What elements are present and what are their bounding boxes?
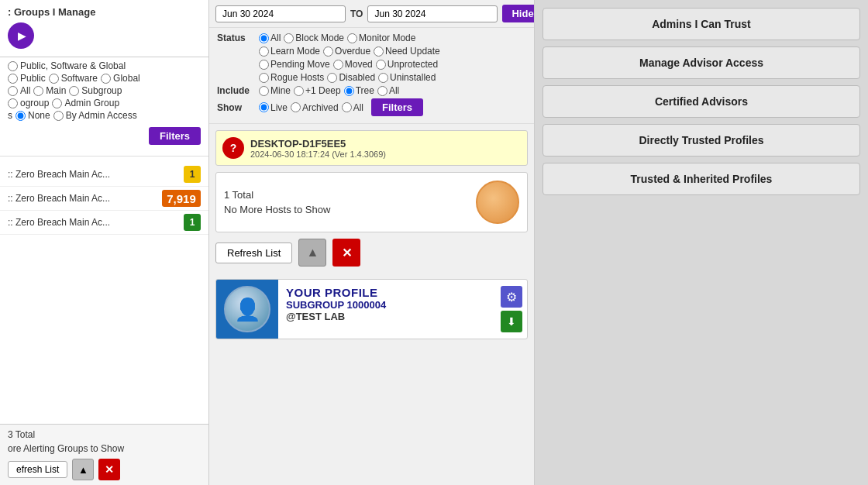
include-all[interactable]: All <box>377 85 399 96</box>
show-all[interactable]: All <box>342 102 363 113</box>
scope-global[interactable]: Global <box>101 73 140 84</box>
show-filter-row: Show Live Archived All Filters <box>217 98 526 116</box>
status-filter-row-4: Rogue Hosts Disabled Uninstalled <box>217 72 526 83</box>
host-name: DESKTOP-D1F5EE5 <box>250 138 386 150</box>
status-unprotected[interactable]: Unprotected <box>376 59 438 70</box>
status-label: Status <box>217 33 256 43</box>
profile-title: YOUR PROFILE <box>286 286 488 299</box>
show-live[interactable]: Live <box>259 102 288 113</box>
action-row: Refresh List ▲ ✕ <box>209 239 534 273</box>
list-item-text-2: :: Zero Breach Main Ac... <box>8 193 110 204</box>
gear-icon: ⚙ <box>506 290 517 304</box>
status-block[interactable]: Block Mode <box>284 33 344 43</box>
results-total: 1 Total <box>224 189 253 201</box>
status-learn[interactable]: Learn Mode <box>259 46 320 57</box>
status-monitor[interactable]: Monitor Mode <box>347 33 415 43</box>
close-icon: ✕ <box>105 463 114 476</box>
status-filter-row-2: Learn Mode Overdue Need Update <box>217 46 526 57</box>
spinner-circle <box>476 181 519 224</box>
host-card: ? DESKTOP-D1F5EE5 2024-06-30 18:17:24 (V… <box>215 130 528 166</box>
date-to-input[interactable] <box>367 5 498 22</box>
status-disabled[interactable]: Disabled <box>327 72 375 83</box>
include-1deep[interactable]: +1 Deep <box>294 85 341 96</box>
profile-sub: SUBGROUP 1000004 <box>286 299 488 311</box>
alerting-label: ore Alerting Groups to Show <box>8 443 201 454</box>
list-item: :: Zero Breach Main Ac... 1 <box>0 163 208 187</box>
scope-software[interactable]: Software <box>49 73 98 84</box>
play-button[interactable] <box>8 22 34 49</box>
host-status-icon: ? <box>222 137 244 159</box>
left-close-button[interactable]: ✕ <box>98 459 120 480</box>
badge-1: 1 <box>184 166 201 183</box>
refresh-list-button[interactable]: Refresh List <box>215 242 292 263</box>
middle-panel: TO Hide Status All Block Mode Monitor Mo… <box>209 0 535 485</box>
close-button[interactable]: ✕ <box>332 239 360 267</box>
status-overdue[interactable]: Overdue <box>323 46 370 57</box>
results-box: 1 Total No More Hosts to Show <box>215 172 528 232</box>
profile-download-button[interactable]: ⬇ <box>501 311 522 332</box>
access-row: s None By Admin Access <box>8 110 201 121</box>
left-footer: 3 Total ore Alerting Groups to Show efre… <box>0 424 208 485</box>
date-from-input[interactable] <box>215 5 346 22</box>
middle-filters-button[interactable]: Filters <box>371 98 423 116</box>
download-icon: ⬇ <box>507 315 516 328</box>
total-label: 3 Total <box>8 429 201 440</box>
badge-3: 1 <box>184 214 201 231</box>
left-list: :: Zero Breach Main Ac... 1 :: Zero Brea… <box>0 160 208 424</box>
scope-public-software-global[interactable]: Public, Software & Global <box>8 60 126 71</box>
list-item-text-3: :: Zero Breach Main Ac... <box>8 217 110 228</box>
status-filter-row: Status All Block Mode Monitor Mode <box>217 33 526 43</box>
left-refresh-button[interactable]: efresh List <box>8 461 67 478</box>
status-rogue[interactable]: Rogue Hosts <box>259 72 324 83</box>
level-subgroup[interactable]: Subgroup <box>69 85 122 96</box>
manage-advisor-button[interactable]: Manage Advisor Access <box>542 46 860 79</box>
admins-trust-button[interactable]: Admins I Can Trust <box>542 8 860 40</box>
left-filters-button[interactable]: Filters <box>149 127 201 145</box>
level-all[interactable]: All <box>8 85 30 96</box>
level-row: All Main Subgroup <box>8 85 201 96</box>
scope-public[interactable]: Public <box>8 73 46 84</box>
filter-section: Status All Block Mode Monitor Mode Learn… <box>209 28 534 124</box>
left-panel: : Groups I Manage Public, Software & Glo… <box>0 0 209 485</box>
access-by-admin[interactable]: By Admin Access <box>53 110 137 121</box>
profile-gear-button[interactable]: ⚙ <box>501 286 522 308</box>
status-need-update[interactable]: Need Update <box>374 46 440 57</box>
status-pending[interactable]: Pending Move <box>259 59 330 70</box>
date-row: TO Hide <box>209 0 534 28</box>
group-admin[interactable]: Admin Group <box>52 98 119 108</box>
certified-advisors-button[interactable]: Certified Advisors <box>542 85 860 118</box>
list-item: :: Zero Breach Main Ac... 7,919 <box>0 187 208 211</box>
results-no-more: No More Hosts to Show <box>224 204 330 215</box>
status-filter-row-3: Pending Move Moved Unprotected <box>217 59 526 70</box>
scope-row-2: Public Software Global <box>8 73 201 84</box>
group-ogroup[interactable]: ogroup <box>8 98 49 108</box>
host-info: DESKTOP-D1F5EE5 2024-06-30 18:17:24 (Ver… <box>250 138 386 159</box>
profile-card: YOUR PROFILE SUBGROUP 1000004 @TEST LAB … <box>215 279 528 339</box>
profile-info: YOUR PROFILE SUBGROUP 1000004 @TEST LAB <box>278 280 496 339</box>
arrow-up-icon: ▲ <box>306 246 319 260</box>
status-uninstalled[interactable]: Uninstalled <box>378 72 436 83</box>
left-header: : Groups I Manage <box>0 0 208 57</box>
arrow-up-button[interactable]: ▲ <box>298 239 326 267</box>
hide-button[interactable]: Hide <box>502 5 535 22</box>
directly-trusted-button[interactable]: Directly Trusted Profiles <box>542 124 860 157</box>
level-main[interactable]: Main <box>33 85 66 96</box>
list-item: :: Zero Breach Main Ac... 1 <box>0 211 208 235</box>
list-item-text-1: :: Zero Breach Main Ac... <box>8 169 110 180</box>
host-date: 2024-06-30 18:17:24 (Ver 1.4.3069) <box>250 150 386 159</box>
include-tree[interactable]: Tree <box>344 85 374 96</box>
status-all[interactable]: All <box>259 33 281 43</box>
left-header-title: : Groups I Manage <box>8 6 201 18</box>
scope-radio-group: Public, Software & Global Public Softwar… <box>0 57 208 124</box>
to-label: TO <box>350 9 363 19</box>
left-arrow-up-button[interactable]: ▲ <box>72 459 94 480</box>
access-none[interactable]: None <box>16 110 50 121</box>
profile-test: @TEST LAB <box>286 311 488 322</box>
include-mine[interactable]: Mine <box>259 85 291 96</box>
include-label: Include <box>217 85 256 96</box>
close-icon: ✕ <box>342 246 352 260</box>
show-archived[interactable]: Archived <box>291 102 339 113</box>
status-moved[interactable]: Moved <box>333 59 373 70</box>
trusted-inherited-button[interactable]: Trusted & Inherited Profiles <box>542 163 860 195</box>
scope-row-1: Public, Software & Global <box>8 60 201 71</box>
